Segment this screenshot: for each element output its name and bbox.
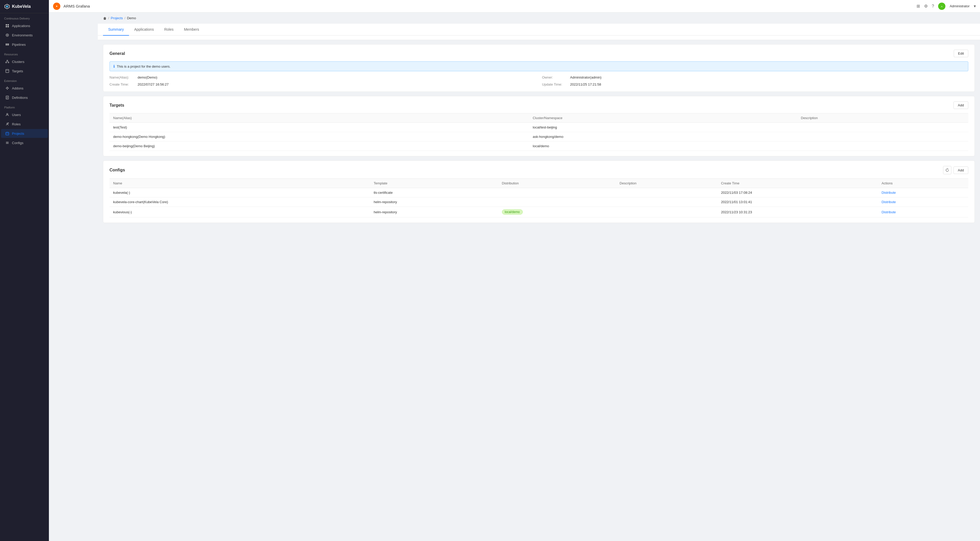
svg-rect-5 [8,26,9,27]
targets-card: Targets Add Name(Alias) Cluster/Namespac… [103,96,975,156]
main-content: / Projects / Demo Summary Applications R… [98,13,980,541]
sidebar-item-label: Targets [12,69,23,73]
sidebar-item-addons[interactable]: Addons [1,84,48,92]
targets-table-head: Name(Alias) Cluster/Namespace Descriptio… [110,113,968,123]
config-action-1[interactable]: Distribute [878,188,968,197]
config-name-3: kubevious(-) [110,207,370,218]
topbar-avatar: A [938,3,945,10]
sidebar-item-pipelines[interactable]: Pipelines [1,40,48,49]
field-label-name: Name(Alias): [110,75,135,80]
topbar-help-icon[interactable]: ? [932,4,934,9]
col-cluster-namespace: Cluster/Namespace [529,113,797,123]
configs-refresh-button[interactable] [943,166,951,174]
sidebar-item-environments[interactable]: Environments [1,31,48,40]
configs-table-body: kubevela(-) tls-certificate 2022/11/03 1… [110,188,968,218]
sidebar-item-configs[interactable]: Configs [1,138,48,147]
sidebar-logo: KubeVela [0,0,49,13]
col-description: Description [797,113,968,123]
sidebar-item-users[interactable]: Users [1,110,48,119]
config-name-1: kubevela(-) [110,188,370,197]
config-template-1: tls-certificate [370,188,498,197]
config-dist-2 [498,197,616,207]
svg-point-23 [7,113,8,115]
topbar-layout-icon[interactable]: ⊞ [916,4,920,9]
topbar-username[interactable]: Administrator [950,4,970,8]
target-name-1: test(Test) [110,123,529,132]
general-card: General Edit ℹ This is a project for the… [103,44,975,92]
distribution-badge: local/demo [502,209,523,215]
configs-card: Configs Add Name Template [103,161,975,223]
sidebar-item-clusters[interactable]: Clusters [1,57,48,66]
app-name: KubeVela [12,4,31,9]
sidebar-item-label: Users [12,113,21,117]
topbar: ARMS Grafana ⊞ ⚙ ? A Administrator ▾ [49,0,980,13]
targets-card-header: Targets Add [110,102,968,109]
env-icon [5,33,10,37]
edit-button[interactable]: Edit [954,50,968,57]
distribute-link-2[interactable]: Distribute [881,200,896,204]
topbar-app-icon [53,3,60,10]
sidebar-item-roles[interactable]: Roles [1,119,48,129]
config-desc-2 [616,197,718,207]
svg-rect-4 [6,26,7,27]
config-time-1: 2022/11/03 17:08:24 [718,188,878,197]
svg-point-24 [7,123,8,124]
target-cluster-1: local/test-beijing [529,123,797,132]
targets-table: Name(Alias) Cluster/Namespace Descriptio… [110,113,968,151]
section-label-resources: Resources [0,49,49,57]
topbar-settings-icon[interactable]: ⚙ [924,4,928,9]
home-icon[interactable] [103,16,107,20]
sidebar-item-label: Configs [12,141,24,145]
targets-title: Targets [110,103,124,108]
tab-members[interactable]: Members [179,24,204,36]
svg-rect-8 [6,43,6,46]
project-icon [5,131,10,135]
info-icon: ℹ [113,64,115,68]
svg-rect-9 [7,43,8,46]
sidebar-item-label: Pipelines [12,43,26,46]
sidebar-item-label: Roles [12,122,21,126]
col-config-actions: Actions [878,179,968,188]
topbar-app-name: ARMS Grafana [64,4,90,8]
sidebar-item-definitions[interactable]: Definitions [1,93,48,102]
target-name-2: demo-hongkong(Demo Hongkong) [110,132,529,142]
configs-table-head: Name Template Distribution Description C… [110,179,968,188]
field-label-owner: Owner: [542,75,568,80]
targets-add-button[interactable]: Add [953,102,968,109]
breadcrumb-projects[interactable]: Projects [111,16,123,20]
tabs-bar: Summary Applications Roles Members [98,24,980,36]
sidebar-item-targets[interactable]: Targets [1,67,48,75]
tab-roles[interactable]: Roles [159,24,179,36]
config-action-2[interactable]: Distribute [878,197,968,207]
svg-rect-2 [6,24,7,25]
distribute-link-3[interactable]: Distribute [881,210,896,214]
role-icon [5,122,10,126]
target-desc-3 [797,142,968,151]
tab-applications[interactable]: Applications [129,24,159,36]
table-row: kubevious(-) helm-repository local/demo … [110,207,968,218]
cluster-icon [5,60,10,64]
svg-point-13 [8,62,9,63]
config-desc-3 [616,207,718,218]
config-action-3[interactable]: Distribute [878,207,968,218]
sidebar-item-applications[interactable]: Applications [1,21,48,30]
svg-point-12 [6,62,7,63]
sidebar-item-label: Clusters [12,60,24,64]
svg-point-25 [8,123,9,124]
sidebar-item-projects[interactable]: Projects [1,129,48,138]
configs-actions: Add [943,166,968,174]
configs-table: Name Template Distribution Description C… [110,178,968,218]
distribute-link-1[interactable]: Distribute [881,191,896,194]
col-config-distribution: Distribution [498,179,616,188]
configs-add-button[interactable]: Add [953,167,968,174]
content-area: General Edit ℹ This is a project for the… [98,44,980,232]
target-name-3: demo-beijing(Demo Beijing) [110,142,529,151]
table-row: kubevela(-) tls-certificate 2022/11/03 1… [110,188,968,197]
addon-icon [5,86,10,90]
definition-icon [5,95,10,100]
config-dist-1 [498,188,616,197]
tab-summary[interactable]: Summary [103,24,129,36]
app-icon [5,24,10,28]
svg-rect-3 [8,24,9,25]
col-config-name: Name [110,179,370,188]
